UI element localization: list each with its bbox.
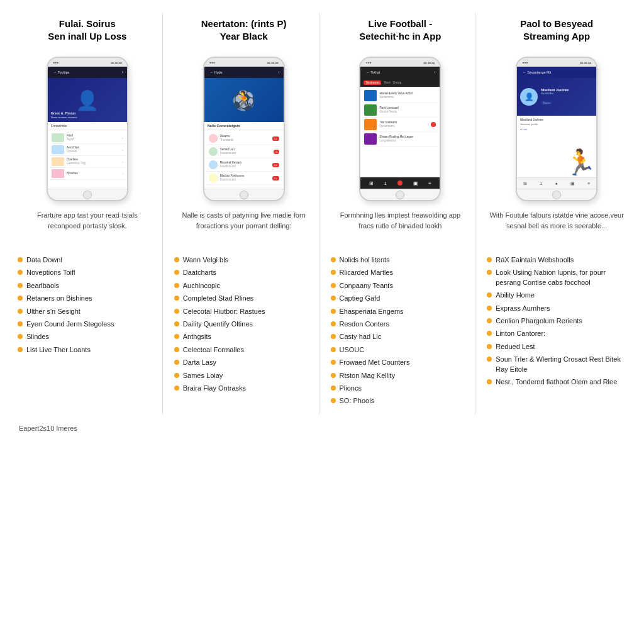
list-item: CharlessCanstchils Thly › [50,156,125,168]
bullet-item: Retaners on Bishines [18,294,157,303]
bullet-dot [331,373,336,378]
bullet-dot [331,296,336,301]
bullet-item: Daatcharts [174,268,314,277]
bullet-item: Bearlbaols [18,281,157,291]
bullet-item: Anthgsits [174,332,314,341]
bullet-item: Plioncs [331,384,470,393]
phone-2-list: OleamsThurstards 5+ Samarl LanFaastmound… [204,130,284,189]
phone-1-top-bar: ●●● ▬ ▬ ▬ [48,58,127,67]
list-item: Mountral RestarsFaastmound 5+ [206,158,282,172]
list-item: OleamsThurstards 5+ [206,132,282,145]
columns-row: Fulai. Soirus Sen inall Up Loss ●●● ▬ ▬ … [13,13,631,414]
phone-4-bottom [517,189,596,200]
bullet-dot [18,270,23,275]
bullet-dot [174,386,179,391]
bullet-dot [174,347,179,352]
list-item: Borsthas › [50,168,125,180]
bullet-dot [18,321,23,326]
bullet-dot [174,283,179,288]
phone-2-top-bar: ●●● ▬ ▬ ▬ [204,58,284,67]
list-item: Franes Everly Value AhbotRontstrems [362,89,438,103]
phone-3: ●●● ▬ ▬ ▬ ← Tothal ⋮ Totstreams Ravit Gr… [359,57,441,201]
column-4: Paol to Besyead Streaming App ●●● ▬ ▬ ▬ … [482,13,631,414]
phone-3-list: Franes Everly Value AhbotRontstrems Ravi… [360,87,440,177]
phone-3-screen: ← Tothal ⋮ Totstreams Ravit Grosta Frane… [360,67,440,189]
bullet-dot [331,386,336,391]
bullet-dot [174,334,179,339]
phone-3-top-bar: ●●● ▬ ▬ ▬ [360,58,440,67]
col4-bullets: RaX Eaintain Webshoolls Look Usiing Nabi… [487,255,626,390]
bullet-item: Rlicarded Martles [331,268,470,277]
bullet-item: Wann Velgi bls [174,255,314,265]
bullet-dot [174,360,179,365]
bullet-dot [174,270,179,275]
bullet-item: Look Usiing Nabion lupnis, for pourr pes… [487,268,626,287]
column-1: Fulai. Soirus Sen inall Up Loss ●●● ▬ ▬ … [13,13,163,414]
bullet-dot [331,347,336,352]
bullet-item: Nolids hol litents [331,255,470,265]
bullet-dot [487,318,492,323]
bullet-dot [331,321,336,326]
bullet-dot [18,309,23,314]
list-item: Trar tostreansConstreams [362,118,438,132]
bullet-dot [18,283,23,288]
phone-2: ●●● ▬ ▬ ▬ ← Hobs ⋮ ⚽ 🏃 Nolie Consratciga… [203,57,285,201]
home-button-4[interactable] [552,191,561,199]
phone-3-footer-nav: ⊞ 1 ▣ ≡ [360,177,440,189]
phone-2-image: ⚽ 🏃 [204,78,284,122]
column-4-title: Paol to Besyead Streaming App [520,18,593,49]
bullet-item: Rtston Mag Kellity [331,371,470,380]
phone-3-bottom [360,189,440,200]
bullet-item: Exprass Aumhers [487,304,626,313]
list-item: Ravit LprocaodGrosta Rootls [362,103,438,118]
column-3: Live Football - Setechit·hc in App ●●● ▬… [326,13,476,414]
bullet-item: Braira Flay Ontrasks [174,384,314,393]
col3-bullets: Nolids hol litents Rlicarded Martles Con… [331,255,470,409]
bullet-dot [331,257,336,262]
home-button-3[interactable] [396,191,404,199]
bullet-dot [174,257,179,262]
bullet-dot [487,379,492,384]
bullet-item: Ehasperiata Engems [331,307,470,316]
bullet-dot [331,334,336,339]
col2-bullets: Wann Velgi bls Daatcharts Auchincopic Co… [174,255,314,396]
bullet-item: Nesr., Tondernd fiathoot Olem and Rlee [487,377,626,387]
column-2-title: Neertaton: (rints P) Year Black [201,18,287,49]
bullet-item: USOUC [331,345,470,355]
bullet-dot [331,398,336,403]
bullet-dot [487,344,492,349]
phone-1-screen: ← Tooltips ⋮ 👤 Grenn A. ThrounFrarts tsm… [48,67,127,189]
phone-4-content: 🏃 Nlastland Justinee Streamer profile ● … [517,116,596,177]
phone-4-profile-area: 👤 Nlastland Justinee Pts 650 Fts Teams [517,78,596,116]
bullet-item: Celectoal Formalles [174,345,314,355]
column-2: Neertaton: (rints P) Year Black ●●● ▬ ▬ … [169,13,319,414]
bullet-item: Frowaed Met Counters [331,358,470,367]
phone-4-top-bar: ●●● ▬ ▬ ▬ [517,58,596,67]
bullet-item: Siindes [18,332,157,341]
bullet-dot [487,270,492,275]
phone-4-header: ← Savantaoge Mlt [517,67,596,78]
phone-4-footer-nav: ⊞ 1 ● ▣ ≡ [517,177,596,189]
bullet-item: Celecotal Hiutbor: Rastues [174,307,314,316]
bullet-dot [18,347,23,352]
bullet-item: Cenlion Phargolum Rerients [487,316,626,326]
phone-1-header: ← Tooltips ⋮ [48,67,127,78]
bullet-item: Darta Lasy [174,358,314,367]
phone-2-bottom [204,189,284,200]
list-item: Samarl LanFaastmound 3 [206,145,282,158]
bullet-dot [487,331,492,336]
bullet-dot [174,321,179,326]
bullet-item: Auchincopic [174,281,314,291]
bullet-item: Eyen Cound Jerm Stegoless [18,319,157,329]
bullet-dot [174,296,179,301]
bullet-dot [18,296,23,301]
phone-3-header: ← Tothal ⋮ [360,67,440,78]
column-1-title: Fulai. Soirus Sen inall Up Loss [48,18,126,49]
home-button-1[interactable] [83,191,92,199]
main-container: Fulai. Soirus Sen inall Up Loss ●●● ▬ ▬ … [13,13,631,432]
col1-bullets: Data Downl Noveptions Toifl Bearlbaols R… [18,255,157,358]
list-item: Blockss ForthuronsFaastmound 5+ [206,172,282,185]
home-button-2[interactable] [240,191,248,199]
person-silhouette-1: 👤 [75,81,100,119]
col2-description: Nalle is casts of patyning live madie fo… [174,210,314,248]
